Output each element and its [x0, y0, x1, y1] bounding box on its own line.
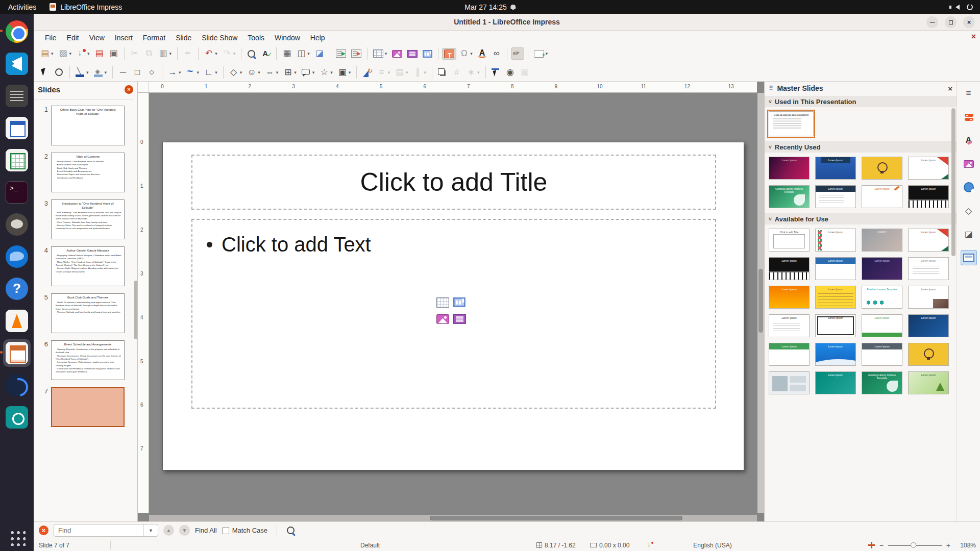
slide-row-6[interactable]: 6Event Schedule and Arrangements· Openin… — [34, 340, 131, 381]
points-button[interactable] — [489, 67, 503, 78]
display-grid-button[interactable]: ▦ — [280, 47, 293, 60]
dropdown-arrow-icon[interactable]: ▾ — [51, 51, 54, 56]
dropdown-arrow-icon[interactable]: ▾ — [105, 70, 107, 75]
show-draw-functions-button[interactable] — [511, 47, 524, 60]
master-section-header[interactable]: ˅Available for Use — [765, 213, 957, 224]
new-slide-button[interactable]: ▾ — [532, 48, 550, 59]
dropdown-arrow-icon[interactable]: ▾ — [330, 70, 333, 75]
window-titlebar[interactable]: Untitled 1 - LibreOffice Impress ─ × — [34, 14, 980, 31]
master-panel-close-icon[interactable]: × — [948, 84, 952, 93]
dropdown-arrow-icon[interactable]: ▾ — [307, 51, 310, 56]
dropdown-arrow-icon[interactable]: ▾ — [276, 70, 279, 75]
sidebar-tab-navigator[interactable] — [961, 180, 977, 195]
find-all-button[interactable]: Find All — [195, 527, 217, 534]
dock-item-vscode[interactable] — [3, 50, 31, 78]
start-from-first-slide-button[interactable] — [334, 48, 348, 59]
insert-image-button[interactable] — [390, 48, 404, 59]
paste-button[interactable]: ▥▾ — [157, 47, 174, 60]
slide-thumbnail-5[interactable]: Book Club Goals and Themes· Goals: To en… — [51, 293, 125, 333]
language-indicator[interactable]: English (USA) — [667, 542, 758, 549]
spelling-button[interactable] — [259, 47, 273, 60]
master-thumbnail[interactable]: Lorem Ipsum — [769, 257, 810, 280]
basic-shapes-button[interactable]: ◇▾ — [227, 66, 244, 79]
dock-item-libreoffice-impress[interactable] — [3, 339, 31, 367]
master-thumbnail[interactable]: Lorem Ipsum — [769, 314, 810, 337]
zoom-percentage[interactable]: 108% — [960, 542, 976, 549]
master-thumbnail[interactable]: Lorem ipsum — [815, 343, 856, 366]
slide-row-1[interactable]: 1Offline Book Club Plan for "One Hundred… — [34, 106, 131, 146]
sidebar-tab-properties[interactable] — [961, 109, 977, 124]
dropdown-arrow-icon[interactable]: ▾ — [179, 70, 181, 75]
fit-slide-icon[interactable] — [868, 542, 875, 548]
clock-menu[interactable]: Mar 27 14:25 — [464, 3, 516, 11]
close-document-icon[interactable]: × — [971, 32, 976, 41]
dropdown-arrow-icon[interactable]: ▾ — [87, 51, 90, 56]
find-and-replace-icon[interactable] — [286, 526, 296, 535]
dropdown-arrow-icon[interactable]: ▾ — [424, 70, 426, 75]
dock-item-thunderbird[interactable] — [3, 243, 31, 270]
image-filter-button[interactable]: ∗▾ — [464, 66, 482, 79]
horizontal-scrollbar-thumb[interactable] — [430, 516, 682, 520]
cut-button[interactable]: ✂ — [128, 47, 141, 60]
master-thumbnail[interactable]: Lorem Ipsum — [908, 185, 949, 208]
redo-button[interactable]: ↷▾ — [220, 47, 238, 60]
dock-item-vlc[interactable] — [3, 307, 31, 335]
vertical-scrollbar-thumb[interactable] — [758, 269, 763, 333]
dropdown-arrow-icon[interactable]: ▾ — [258, 70, 260, 75]
select-button[interactable] — [38, 67, 52, 78]
sidebar-tab-slide-transition[interactable]: ◪ — [961, 227, 977, 242]
master-thumbnail[interactable]: Lorem Ipsum — [908, 229, 949, 252]
slides-panel-close-icon[interactable]: × — [125, 85, 133, 94]
insert-table-icon[interactable] — [436, 297, 449, 308]
fontwork-button[interactable] — [476, 47, 489, 60]
master-thumbnail[interactable]: Lorem Ipsum — [815, 257, 856, 280]
display-views-button[interactable]: ◫▾ — [295, 47, 312, 60]
dock-item-gimp[interactable] — [3, 211, 31, 238]
find-history-dropdown-icon[interactable]: ▼ — [143, 524, 158, 536]
insert-text-box-button[interactable] — [442, 48, 456, 60]
arrange-button[interactable]: ▤▾ — [393, 66, 410, 79]
menu-slide-show[interactable]: Slide Show — [197, 32, 242, 43]
zoom-in-button[interactable]: + — [946, 541, 950, 549]
minimize-button[interactable]: ─ — [926, 16, 938, 28]
find-replace-button[interactable] — [245, 48, 258, 60]
dock-item-help[interactable]: ? — [3, 275, 31, 303]
sidebar-tab-gallery[interactable] — [961, 156, 977, 171]
dropdown-arrow-icon[interactable]: ▾ — [69, 51, 72, 56]
connectors-button[interactable]: ∟▾ — [202, 66, 219, 79]
insert-line-button[interactable]: ─ — [116, 66, 130, 79]
master-thumbnail[interactable]: Lorem Ipsum — [815, 314, 856, 337]
master-thumbnail[interactable]: Lorem Ipsum — [908, 286, 949, 309]
slide-thumbnail-1[interactable]: Offline Book Club Plan for "One Hundred … — [51, 106, 125, 145]
slides-panel-scrollbar[interactable] — [134, 281, 137, 339]
match-case-checkbox[interactable] — [222, 527, 229, 534]
start-from-current-slide-button[interactable] — [349, 48, 363, 59]
insert-chart-button[interactable] — [421, 48, 434, 59]
master-thumbnail[interactable] — [769, 371, 810, 394]
to-3d-button[interactable]: ▣ — [518, 66, 531, 79]
dropdown-arrow-icon[interactable]: ▾ — [406, 70, 408, 75]
master-section-header[interactable]: ˅Recently Used — [765, 141, 957, 153]
sidebar-tab-sidebar-settings[interactable]: ≡ — [961, 86, 977, 101]
copy-button[interactable]: ⧉ — [142, 47, 156, 60]
insert-media-icon[interactable] — [453, 314, 466, 324]
gluepoint-functions-button[interactable]: ◉ — [504, 66, 517, 79]
print-button[interactable]: ▣ — [107, 47, 120, 60]
star-shapes-button[interactable]: ☆▾ — [317, 66, 335, 79]
slide-row-2[interactable]: 2Table of Contents· Introduction to "One… — [34, 153, 131, 193]
zoom-slider[interactable] — [888, 545, 942, 546]
zoom-slider-knob[interactable] — [911, 542, 916, 548]
slide-row-4[interactable]: 4Author Gabriel García Márquez· Biograph… — [34, 246, 131, 287]
align-objects-button[interactable]: ≡▾ — [375, 66, 392, 79]
rotate-button[interactable] — [360, 66, 374, 79]
master-thumbnail[interactable]: Lorem Ipsum — [815, 157, 856, 180]
master-thumbnail[interactable]: Lorem Ipsum — [862, 257, 902, 280]
shadow-button[interactable] — [436, 67, 449, 78]
dropdown-arrow-icon[interactable]: ▾ — [385, 51, 387, 56]
slide-canvas[interactable]: Click to add Title Click to add Text — [162, 142, 744, 470]
master-thumbnail[interactable]: Lorem Ipsum — [908, 257, 949, 280]
insert-image-icon[interactable] — [436, 314, 449, 324]
master-thumbnail[interactable]: Lorem Ipsum — [862, 185, 902, 208]
slide-row-3[interactable]: 3Introduction to "One Hundred Years of S… — [34, 199, 131, 240]
master-thumbnail[interactable]: Lorem Ipsum — [908, 314, 949, 337]
